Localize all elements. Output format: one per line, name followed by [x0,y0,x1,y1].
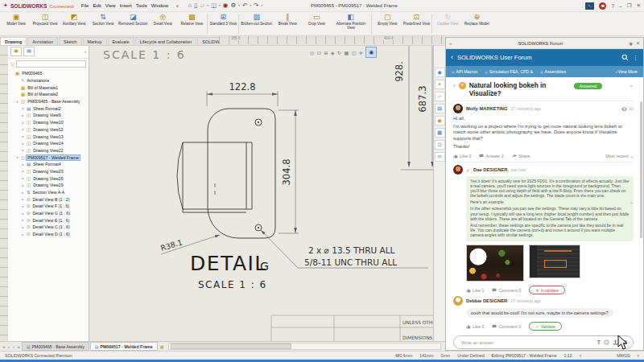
tree-item-detail-view-d-1-6[interactable]: ▸⊙Detail View D (1 : 6) [8,231,89,238]
file-explorer-icon[interactable]: ▱ [435,92,445,101]
minimize-button[interactable]: – [619,3,622,9]
tree-item-drawing-view26[interactable]: ▸◫Drawing View26 [8,175,89,182]
ribbon-auxiliary-view-button[interactable]: ◩Auxiliary View [60,12,89,35]
answer-button[interactable]: Answer 2 [479,154,503,158]
emoji-icon[interactable] [604,339,609,345]
ribbon-broken-out-section-button[interactable]: ▨Broken-out Section [240,12,273,35]
view-palette-icon[interactable]: ▤ [435,104,445,113]
tree-item-detail-view-e-1-6[interactable]: ▸⊙Detail View E (1 : 6) [8,216,89,224]
tree-item-detail-view-c-1-6[interactable]: ▸⊙Detail View C (1 : 6) [8,224,89,231]
expand-arrow-icon[interactable]: ▸ [21,191,25,195]
dim-outer-text[interactable]: 928. [394,61,405,82]
design-library-icon[interactable]: ✦ [435,80,445,89]
menu-window[interactable]: Window [149,3,170,8]
expand-arrow-icon[interactable]: ▸ [21,204,25,208]
forum-tab-api-macros[interactable]: ◎API Macros [452,69,477,74]
like-button[interactable]: Like 1 [466,288,484,293]
tab-annotation[interactable]: Annotation [27,37,58,45]
expand-arrow-icon[interactable]: ▸ [21,113,25,117]
headsup-icon-7[interactable]: ✛ [359,50,363,56]
document-recovery-icon[interactable]: ⊡ [435,140,445,150]
sort-select[interactable]: Most recent⌄ [605,154,634,158]
tree-item-detail-view-b-1-2[interactable]: ▸⊙Detail View B (1 : 2) [8,195,89,203]
menu-tools[interactable]: Tools [134,3,149,8]
expand-arrow-icon[interactable]: ▸ [21,225,25,229]
search-icon[interactable] [621,54,629,61]
help-button[interactable]: ? [611,3,614,9]
headsup-icon-5[interactable]: ▦ [344,50,349,56]
menu-view[interactable]: View [103,3,118,8]
forum-tab-assemblies[interactable]: ◎Assemblies [540,69,566,74]
tab-sketch[interactable]: Sketch [59,37,81,45]
expand-arrow-icon[interactable]: ▸ [21,127,25,131]
sheet-tab-pm009517-welded-frame[interactable]: ▤PM009517 - Welded Frame [90,342,158,351]
tree-item-drawing-view29[interactable]: ▸◫Drawing View29 [8,182,89,189]
hole-callout-2[interactable]: 5/8-11 UNC THRU ALL [304,257,397,267]
custom-properties-icon[interactable]: ▦ [435,128,445,138]
tree-item-bill-of-materials1[interactable]: ▦Bill of Materials1 [8,84,89,91]
answer-input[interactable] [460,339,594,346]
tree-item-bill-of-materials2[interactable]: ▦Bill of Materials2 [8,91,89,98]
ribbon-replace-model-button[interactable]: ⊕Replace Model [462,12,491,35]
tree-item-pm009517-welded-frame[interactable]: ▾◫PM009517 - Welded Frame [8,154,89,161]
menu-edit[interactable]: Edit [91,3,103,8]
headsup-icon-2[interactable]: ⊞ [324,50,328,56]
tree-filter-input[interactable] [16,60,86,68]
radius-callout[interactable]: R38.1 [159,237,184,253]
ribbon-relative-view-button[interactable]: ▩Relative View [177,12,206,35]
prev-sheet-icon[interactable]: ‹ [7,344,11,349]
open-document-icon[interactable]: ▱ [200,2,204,10]
back-icon[interactable]: ‹ [451,54,453,61]
kebab-menu-icon[interactable]: ⋮ [633,55,638,61]
expand-arrow-icon[interactable]: ▸ [21,218,25,222]
ribbon-crop-view-button[interactable]: ▭Crop View [302,12,331,35]
display-manager-tab[interactable]: ▤ [23,47,35,56]
tree-item-drawing-view14[interactable]: ▸◫Drawing View14 [8,140,89,147]
status-sheet-scale[interactable]: 1:12 [564,353,572,358]
tab-evaluate[interactable]: Evaluate [108,37,134,45]
view-more-link[interactable]: ›View More [616,69,638,74]
expand-arrow-icon[interactable]: ▸ [21,197,25,201]
tree-item-detail-view-g-1-6[interactable]: ▸⊙Detail View G (1 : 6) [8,210,89,217]
ribbon-standard-3-view-button[interactable]: ⊞Standard 3 View [208,12,237,35]
expand-arrow-icon[interactable]: ▸ [21,148,25,152]
user-avatar[interactable]: ☻ [599,2,606,10]
question-author[interactable]: Molly MARKETING [466,106,508,111]
ribbon-projected-view-button[interactable]: ◫Projected View [31,12,60,35]
expand-arrow-icon[interactable]: ▸ [21,176,25,180]
expand-arrow-icon[interactable]: ▸ [21,162,25,167]
render-example-thumbnail[interactable] [466,245,524,282]
text-format-icon[interactable]: T [597,339,601,345]
comment-button[interactable]: Comment 0 [492,288,521,293]
ribbon-alternate-position-view-button[interactable]: ◧Alternate Position View [331,12,370,35]
expand-arrow-icon[interactable]: ▸ [21,169,25,173]
thread-collapse-icon[interactable]: ⌄ [629,82,634,88]
ribbon-detail-view-button[interactable]: ◎Detail View [148,12,177,35]
tree-item-pm009465-base-assembly[interactable]: ▾◫PM009465 - Base Assembly [8,98,89,105]
expand-arrow-icon[interactable]: ▸ [21,183,25,187]
assembly-tree-tab[interactable]: ▣ [10,47,22,56]
tree-item-drawing-view9[interactable]: ▸◫Drawing View9 [8,112,89,119]
ribbon-section-view-button[interactable]: ⇅Section View [89,12,118,35]
ribbon-predefined-view-button[interactable]: ⊡Predefined View [402,12,431,35]
menu-file[interactable]: File [79,3,91,8]
invalidate-button[interactable]: ✕Invalidate [529,286,565,294]
3dexperience-icon[interactable]: ◉ [435,68,445,77]
thread-back-icon[interactable]: ‹ [453,82,456,89]
restore-button[interactable]: ❐ [627,2,632,9]
horizontal-scrollbar[interactable] [168,343,441,350]
tree-item-pm009465[interactable]: ▣PM009465 [8,70,89,77]
scrollbar-thumb[interactable] [171,343,291,349]
tree-item-drawing-view10[interactable]: ▸◫Drawing View10 [8,119,89,126]
pin-panel-icon[interactable]: ◉ [629,41,633,46]
ribbon-removed-section-button[interactable]: ◪Removed Section [118,12,148,35]
close-button[interactable]: ✕ [637,2,641,9]
ribbon-update-view-button[interactable]: ↻Update View [433,12,462,35]
expand-arrow-icon[interactable]: ▾ [15,155,19,159]
tree-item-drawing-view23[interactable]: ▸◫Drawing View23 [8,168,89,175]
headsup-icon-0[interactable]: ◎ [310,50,314,56]
plate-outline[interactable] [208,109,275,238]
collapse-chevron-icon[interactable]: ⌄ [630,199,634,204]
filter-funnel-icon[interactable]: ▽ [10,61,14,67]
bar-outline[interactable] [183,142,252,209]
